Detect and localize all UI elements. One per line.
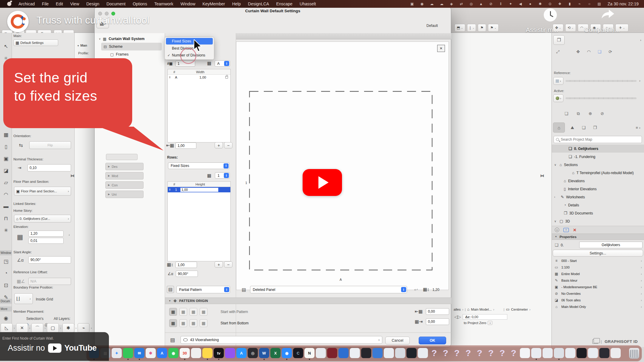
column-row[interactable]: ⇕A1,00	[168, 75, 230, 80]
quick-tool-button[interactable]: ✱	[62, 323, 74, 333]
dock-app-icon[interactable]	[191, 348, 201, 358]
home-story-value[interactable]: ⌂0. Gelijkvloers (Cur...›	[14, 215, 71, 223]
dock-app-icon[interactable]: A	[236, 348, 246, 358]
active-slider[interactable]	[566, 97, 637, 99]
search-input[interactable]	[561, 137, 632, 142]
dock-app-icon[interactable]: tv	[214, 348, 224, 358]
dock-app-icon[interactable]	[543, 348, 553, 358]
origin-option-icon[interactable]: ▦	[189, 319, 197, 327]
status-icon[interactable]: ⊙	[548, 2, 552, 6]
collapsed-section-button[interactable]: ▶Mod	[105, 172, 144, 180]
toolbox-icon[interactable]: ▣	[1, 154, 10, 163]
properties-header[interactable]: ▼Properties	[552, 234, 644, 240]
quick-option-row[interactable]: ≡ 000 - Start ›	[552, 257, 644, 264]
quick-tool-button[interactable]: ◺	[1, 323, 13, 333]
menu-item[interactable]: KeyMember	[203, 1, 225, 6]
tree-row[interactable]: ∨ ⌂ Sections	[552, 161, 644, 169]
clone-view-icon[interactable]: ❐	[553, 35, 565, 45]
quick-tool-button[interactable]: ▢	[47, 323, 59, 333]
quick-tool-button[interactable]: ⌁	[78, 323, 90, 333]
menu-item[interactable]: Help	[232, 1, 241, 6]
dock-app-icon[interactable]: ✱	[146, 348, 156, 358]
dock-app-icon[interactable]	[327, 348, 337, 358]
dock-app-icon[interactable]: ✦	[112, 348, 122, 358]
reference-swatch[interactable]: ›	[553, 77, 563, 85]
dock-app-icon[interactable]	[395, 348, 405, 358]
status-icon[interactable]: ≈	[577, 2, 582, 6]
dock-app-icon[interactable]	[384, 348, 394, 358]
origin-option-icon[interactable]: ▦	[200, 319, 207, 327]
dropdown-item[interactable]: Fixed Sizes	[166, 38, 213, 45]
toolbox-icon[interactable]: ◳	[1, 257, 10, 266]
toolbox-icon[interactable]: ✳	[1, 226, 10, 235]
status-icon[interactable]: ◈	[449, 2, 454, 6]
crumb-centimeter[interactable]: Centimeter	[511, 308, 528, 311]
close-preview-icon[interactable]: ✕	[437, 45, 445, 52]
toolbox-icon[interactable]: ⊡	[1, 281, 10, 290]
elevation-more-chevron[interactable]: ›	[69, 233, 70, 237]
dock-app-icon[interactable]	[588, 348, 598, 358]
quick-option-row[interactable]: ⌂ Main Model Only ›	[552, 303, 644, 310]
menu-item[interactable]: File	[42, 1, 49, 6]
origin-option-icon[interactable]: ▦	[179, 308, 187, 316]
flag2-icon[interactable]: ⚑⌄	[488, 24, 499, 32]
origin-option-icon[interactable]: ▦	[169, 308, 177, 316]
status-icon[interactable]: ◉	[420, 2, 424, 6]
menu-item[interactable]: Teamwork	[154, 1, 173, 6]
share-icon[interactable]	[600, 8, 616, 21]
menu-item[interactable]: Uhasselt	[300, 1, 316, 6]
boundary-frame-button[interactable]: ⌊⌋›	[14, 293, 33, 304]
overlay-icon[interactable]: ⧉	[574, 110, 582, 117]
reference-chevron[interactable]: ›	[488, 321, 492, 325]
add-column-button[interactable]: +	[215, 142, 223, 148]
dock-app-icon[interactable]	[611, 348, 621, 358]
tree-row[interactable]: › ✎ Worksheets	[552, 193, 644, 201]
tab-more[interactable]: More	[0, 306, 12, 312]
rows-count-select[interactable]: 1▲▼	[215, 172, 230, 179]
floor-plan-button[interactable]: ▣Floor Plan and Section...›	[14, 187, 71, 196]
dock-app-icon[interactable]: C	[293, 348, 303, 358]
toolbox-icon[interactable]: ⊓	[1, 214, 10, 223]
search-box[interactable]	[554, 136, 642, 143]
quick-tool-button[interactable]: ⌒	[31, 323, 43, 333]
reference-slider[interactable]	[566, 80, 637, 82]
swap-icon[interactable]: ⊕	[586, 110, 594, 117]
tab-project-map[interactable]: ⌂	[553, 122, 565, 133]
story-name-field[interactable]: Gelijkvloers	[579, 242, 643, 248]
dock-app-icon[interactable]: ?	[440, 348, 451, 358]
dock-app-icon[interactable]: ?	[486, 348, 496, 358]
trash-icon[interactable]	[629, 348, 639, 359]
origin-option-icon[interactable]: ▦	[189, 308, 197, 316]
collapsed-section-button[interactable]: ▶Des	[105, 163, 144, 170]
dock-app-icon[interactable]	[316, 348, 326, 358]
quick-option-row[interactable]: ⊘ No Overrides ›	[552, 290, 644, 297]
quick-option-row[interactable]: ▭ 1:100 ›	[552, 264, 644, 271]
dock-app-icon[interactable]	[418, 348, 428, 358]
dock-app-icon[interactable]: ?	[497, 348, 507, 358]
panel-chevron[interactable]: ›	[640, 38, 641, 42]
status-icon[interactable]: ✱	[538, 2, 543, 6]
quick-option-row[interactable]: ▦ Entire Model ›	[552, 271, 644, 277]
dock-app-icon[interactable]: ?	[474, 348, 485, 358]
crumb-alles[interactable]: alles	[454, 308, 461, 311]
youtube-play-button[interactable]	[303, 169, 342, 196]
menubar-clock[interactable]: Za 30 nov. 22:19	[608, 1, 639, 6]
layer-more-chevron[interactable]: ›	[378, 338, 380, 342]
flag-icon[interactable]: ⚑	[478, 24, 486, 32]
default-settings-button[interactable]: ▦Default Settings	[13, 39, 58, 46]
tree-row[interactable]: ▯ Interior Elevations	[552, 185, 644, 193]
status-icon[interactable]: ◀	[518, 2, 523, 6]
status-icon[interactable]: ❖	[557, 2, 562, 6]
scheme-letter-select[interactable]: A▲▼	[215, 60, 230, 67]
dock-app-icon[interactable]	[599, 348, 609, 358]
tree-root-item[interactable]: ∨▦Curtain Wall System	[95, 35, 165, 43]
dz-field[interactable]: Δz: 0,00	[463, 314, 507, 320]
dock-app-icon[interactable]: W	[259, 348, 269, 358]
toolbox-icon[interactable]: ↖	[1, 42, 10, 51]
filter-icon[interactable]: ⊘	[598, 110, 606, 117]
navigator-menu-icon[interactable]: ≡ ›	[633, 124, 643, 131]
collapsed-section-button[interactable]	[106, 154, 138, 160]
apple-menu-icon[interactable]	[7, 2, 11, 6]
status-icon[interactable]: ☁	[439, 2, 444, 6]
status-icon[interactable]: ☁	[429, 2, 434, 6]
